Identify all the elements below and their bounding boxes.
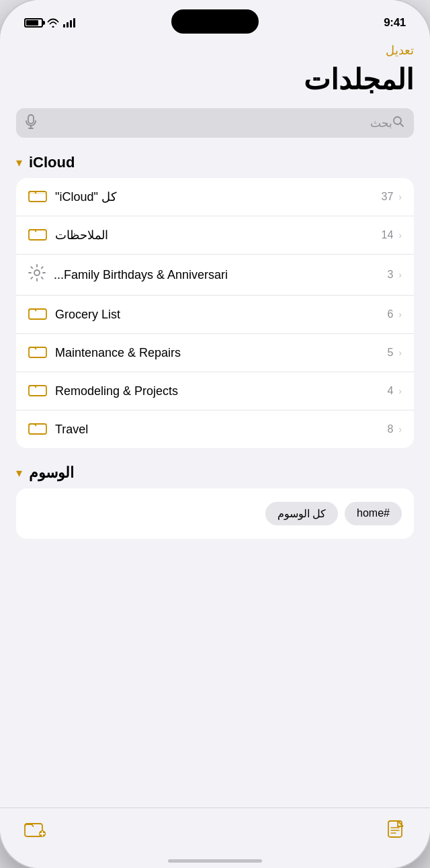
tags-section-header: الوسوم ▾: [16, 464, 414, 482]
home-indicator: [168, 859, 262, 863]
tags-chevron-icon[interactable]: ▾: [16, 466, 22, 480]
folder-name-5: Remodeling & Projects: [55, 384, 178, 398]
svg-rect-5: [29, 191, 46, 202]
folder-icon-3: [28, 305, 47, 324]
folder-right-6: Travel: [28, 420, 88, 439]
folder-right-1: الملاحظات: [28, 226, 108, 245]
svg-rect-10: [29, 386, 46, 396]
svg-point-0: [394, 117, 401, 124]
svg-rect-2: [28, 115, 34, 124]
edit-button[interactable]: تعديل: [16, 36, 414, 60]
svg-rect-9: [29, 347, 46, 357]
folder-name-3: Grocery List: [55, 308, 120, 322]
svg-rect-11: [29, 424, 46, 434]
battery-icon: [24, 18, 43, 28]
microphone-icon: [26, 114, 36, 132]
folder-chevron-2: ‹: [398, 269, 402, 280]
folder-item-family[interactable]: ‹ 3 Family Birthdays & Anniversari...: [16, 255, 414, 296]
search-icon: [392, 116, 404, 130]
folder-item-maintenance[interactable]: ‹ 5 Maintenance & Repairs: [16, 334, 414, 372]
folder-right-2: Family Birthdays & Anniversari...: [28, 264, 228, 286]
folder-chevron-4: ‹: [398, 347, 402, 358]
tag-chip-all[interactable]: كل الوسوم: [265, 502, 338, 525]
new-folder-button[interactable]: [24, 820, 46, 843]
status-time: 9:41: [384, 16, 406, 30]
icloud-chevron-icon[interactable]: ▾: [16, 155, 22, 170]
svg-line-1: [400, 124, 403, 126]
signal-bar-3: [70, 20, 72, 28]
folder-count-0: 37: [382, 191, 394, 203]
wifi-icon: [47, 18, 59, 28]
folder-right-4: Maintenance & Repairs: [28, 343, 181, 362]
folder-name-6: Travel: [55, 423, 88, 437]
folder-left-1: ‹ 14: [382, 229, 402, 241]
folder-right-5: Remodeling & Projects: [28, 382, 178, 400]
status-left: [24, 18, 75, 28]
folder-count-5: 4: [387, 385, 393, 397]
gear-icon-2: [28, 264, 46, 286]
tags-title: الوسوم: [29, 464, 74, 482]
folder-name-1: الملاحظات: [55, 228, 108, 243]
svg-rect-8: [29, 309, 46, 319]
folder-count-1: 14: [382, 229, 394, 241]
tags-container: كل الوسوم #home: [16, 488, 414, 539]
folder-item-all-icloud[interactable]: ‹ 37 كل "iCloud": [16, 178, 414, 216]
compose-button[interactable]: [387, 820, 406, 843]
signal-icon: [63, 18, 75, 28]
icloud-section-header: iCloud ▾: [16, 154, 414, 171]
folder-left-2: ‹ 3: [387, 269, 402, 281]
folder-chevron-6: ‹: [398, 424, 402, 435]
folder-item-grocery[interactable]: ‹ 6 Grocery List: [16, 296, 414, 334]
folder-left-3: ‹ 6: [387, 308, 402, 320]
folder-count-3: 6: [387, 308, 393, 320]
folder-chevron-1: ‹: [398, 230, 402, 241]
folder-icon-4: [28, 343, 47, 362]
svg-rect-6: [29, 230, 46, 240]
signal-bar-1: [63, 24, 65, 28]
folder-chevron-5: ‹: [398, 386, 402, 396]
svg-point-7: [34, 270, 40, 275]
folder-item-remodeling[interactable]: ‹ 4 Remodeling & Projects: [16, 372, 414, 410]
folder-left-5: ‹ 4: [387, 385, 402, 397]
main-content: تعديل المجلدات بحث iC: [0, 36, 430, 808]
folder-left-0: ‹ 37: [382, 191, 402, 203]
search-bar[interactable]: بحث: [16, 108, 414, 138]
folder-chevron-3: ‹: [398, 309, 402, 320]
page-title: المجلدات: [16, 63, 414, 96]
folder-count-4: 5: [387, 347, 393, 359]
dynamic-island: [171, 9, 259, 34]
signal-bar-4: [73, 18, 75, 28]
folder-list: ‹ 37 كل "iCloud": [16, 178, 414, 448]
folder-name-4: Maintenance & Repairs: [55, 346, 181, 360]
folder-right-3: Grocery List: [28, 305, 120, 324]
folder-item-travel[interactable]: ‹ 8 Travel: [16, 410, 414, 448]
battery-fill: [26, 20, 38, 26]
tag-chip-home[interactable]: #home: [345, 502, 402, 525]
folder-icon-5: [28, 382, 47, 400]
search-placeholder: بحث: [36, 116, 392, 130]
folder-count-6: 8: [387, 423, 393, 435]
folder-right-0: كل "iCloud": [28, 187, 117, 206]
icloud-title: iCloud: [29, 154, 75, 171]
folder-left-6: ‹ 8: [387, 423, 402, 435]
folder-item-notes[interactable]: ‹ 14 الملاحظات: [16, 216, 414, 255]
phone-frame: 9:41 تعديل المجلدات بحث: [0, 0, 430, 868]
folder-icon-6: [28, 420, 47, 439]
folder-name-2: Family Birthdays & Anniversari...: [54, 268, 228, 282]
signal-bar-2: [67, 22, 69, 28]
folder-left-4: ‹ 5: [387, 347, 402, 359]
folder-icon-1: [28, 226, 47, 245]
folder-name-0: كل "iCloud": [55, 189, 117, 204]
folder-count-2: 3: [387, 269, 393, 281]
folder-icon-0: [28, 187, 47, 206]
folder-chevron-0: ‹: [398, 191, 402, 202]
